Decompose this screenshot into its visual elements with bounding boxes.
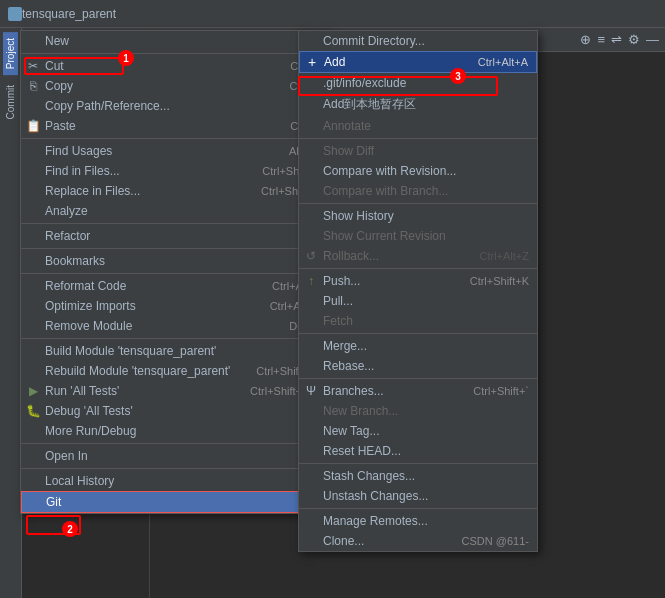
menu-item-annotate: Annotate	[299, 116, 537, 136]
menu-item-copy[interactable]: ⎘ Copy Ctrl+C	[21, 76, 329, 96]
menu-item-merge[interactable]: Merge...	[299, 336, 537, 356]
menu-label: Open In	[45, 449, 313, 463]
menu-item-bookmarks[interactable]: Bookmarks ▶	[21, 251, 329, 271]
menu-item-git[interactable]: Git ▶	[21, 491, 329, 513]
list-icon[interactable]: ≡	[597, 32, 605, 47]
menu-label: Compare with Branch...	[323, 184, 529, 198]
menu-label: Find in Files...	[45, 164, 242, 178]
left-sidebar: Project Commit	[0, 28, 22, 598]
menu-item-compare-branch: Compare with Branch...	[299, 181, 537, 201]
menu-label: Add	[324, 55, 458, 69]
shortcut-label: Ctrl+Shift+`	[473, 385, 529, 397]
sidebar-tab-commit[interactable]: Commit	[3, 79, 18, 125]
menu-label: Build Module 'tensquare_parent'	[45, 344, 321, 358]
menu-label: Bookmarks	[45, 254, 313, 268]
menu-item-commit-dir[interactable]: Commit Directory...	[299, 31, 537, 51]
menu-item-compare-revision[interactable]: Compare with Revision...	[299, 161, 537, 181]
menu-item-add-local[interactable]: Add到本地暂存区	[299, 93, 537, 116]
menu-item-open-in[interactable]: Open In ▶	[21, 446, 329, 466]
menu-item-reformat[interactable]: Reformat Code Ctrl+Alt+L	[21, 276, 329, 296]
menu-item-stash[interactable]: Stash Changes...	[299, 466, 537, 486]
menu-divider	[21, 468, 329, 469]
menu-item-push[interactable]: ↑ Push... Ctrl+Shift+K	[299, 271, 537, 291]
menu-item-local-history[interactable]: Local History ▶	[21, 471, 329, 491]
menu-label: Rebase...	[323, 359, 529, 373]
menu-item-analyze[interactable]: Analyze ▶	[21, 201, 329, 221]
menu-label: Fetch	[323, 314, 529, 328]
menu-label: Paste	[45, 119, 270, 133]
menu-label: Remove Module	[45, 319, 269, 333]
menu-item-find-files[interactable]: Find in Files... Ctrl+Shift+F	[21, 161, 329, 181]
primary-context-menu: New ▶ ✂ Cut Ctrl+X ⎘ Copy Ctrl+C Copy Pa…	[20, 30, 330, 514]
menu-item-find-usages[interactable]: Find Usages Alt+F7	[21, 141, 329, 161]
menu-divider	[299, 378, 537, 379]
settings-icon[interactable]: ⚙	[628, 32, 640, 47]
menu-divider	[21, 138, 329, 139]
shortcut-label: CSDN @611-	[462, 535, 529, 547]
menu-item-rebase[interactable]: Rebase...	[299, 356, 537, 376]
vcs-submenu: Commit Directory... + Add Ctrl+Alt+A .gi…	[298, 30, 538, 552]
shortcut-label: Ctrl+Shift+K	[470, 275, 529, 287]
number-badge-1: 1	[118, 50, 134, 66]
add-icon: +	[304, 54, 320, 70]
menu-item-gitignore[interactable]: .git/info/exclude	[299, 73, 537, 93]
menu-label: Cut	[45, 59, 270, 73]
menu-label: Commit Directory...	[323, 34, 529, 48]
menu-item-clone[interactable]: Clone... CSDN @611-	[299, 531, 537, 551]
menu-label: Annotate	[323, 119, 529, 133]
paste-icon: 📋	[25, 119, 41, 133]
menu-item-copy-path[interactable]: Copy Path/Reference...	[21, 96, 329, 116]
menu-label: Reset HEAD...	[323, 444, 529, 458]
menu-label: Branches...	[323, 384, 453, 398]
sidebar-tab-project[interactable]: Project	[3, 32, 18, 75]
menu-item-reset-head[interactable]: Reset HEAD...	[299, 441, 537, 461]
menu-label: Copy	[45, 79, 270, 93]
sync-icon[interactable]: ⇌	[611, 32, 622, 47]
menu-item-remove-module[interactable]: Remove Module Delete	[21, 316, 329, 336]
menu-item-debug[interactable]: 🐛 Debug 'All Tests'	[21, 401, 329, 421]
menu-divider	[299, 268, 537, 269]
menu-item-new-tag[interactable]: New Tag...	[299, 421, 537, 441]
menu-item-manage-remotes[interactable]: Manage Remotes...	[299, 511, 537, 531]
menu-label: Reformat Code	[45, 279, 252, 293]
menu-divider	[299, 138, 537, 139]
menu-label: Show Diff	[323, 144, 529, 158]
menu-divider	[21, 223, 329, 224]
menu-item-refactor[interactable]: Refactor ▶	[21, 226, 329, 246]
menu-item-pull[interactable]: Pull...	[299, 291, 537, 311]
globe-icon[interactable]: ⊕	[580, 32, 591, 47]
menu-divider	[21, 273, 329, 274]
menu-label: Rollback...	[323, 249, 459, 263]
menu-item-unstash[interactable]: Unstash Changes...	[299, 486, 537, 506]
menu-item-run[interactable]: ▶ Run 'All Tests' Ctrl+Shift+F10	[21, 381, 329, 401]
number-badge-2: 2	[62, 521, 78, 537]
menu-label: Show History	[323, 209, 529, 223]
menu-item-rebuild[interactable]: Rebuild Module 'tensquare_parent' Ctrl+S…	[21, 361, 329, 381]
menu-item-replace[interactable]: Replace in Files... Ctrl+Shift+R	[21, 181, 329, 201]
menu-item-more-run[interactable]: More Run/Debug ▶	[21, 421, 329, 441]
number-badge-3: 3	[450, 68, 466, 84]
menu-item-branches[interactable]: Ψ Branches... Ctrl+Shift+`	[299, 381, 537, 401]
menu-item-build[interactable]: Build Module 'tensquare_parent'	[21, 341, 329, 361]
menu-item-show-history[interactable]: Show History	[299, 206, 537, 226]
menu-item-add[interactable]: + Add Ctrl+Alt+A	[299, 51, 537, 73]
menu-item-paste[interactable]: 📋 Paste Ctrl+V	[21, 116, 329, 136]
menu-item-rollback: ↺ Rollback... Ctrl+Alt+Z	[299, 246, 537, 266]
minimize-icon[interactable]: —	[646, 32, 659, 47]
menu-item-optimize[interactable]: Optimize Imports Ctrl+Alt+O	[21, 296, 329, 316]
menu-item-new[interactable]: New ▶	[21, 31, 329, 51]
shortcut-label: Ctrl+Alt+A	[478, 56, 528, 68]
menu-label: New Tag...	[323, 424, 529, 438]
menu-label: New Branch...	[323, 404, 529, 418]
copy-icon: ⎘	[25, 79, 41, 93]
top-toolbar: tensquare_parent	[0, 0, 665, 28]
menu-label: Merge...	[323, 339, 529, 353]
menu-item-cut[interactable]: ✂ Cut Ctrl+X	[21, 56, 329, 76]
menu-label: Push...	[323, 274, 450, 288]
menu-label: Compare with Revision...	[323, 164, 529, 178]
menu-label: Git	[46, 495, 312, 509]
menu-item-fetch: Fetch	[299, 311, 537, 331]
menu-label: Refactor	[45, 229, 313, 243]
menu-label: Stash Changes...	[323, 469, 529, 483]
run-icon: ▶	[25, 384, 41, 398]
